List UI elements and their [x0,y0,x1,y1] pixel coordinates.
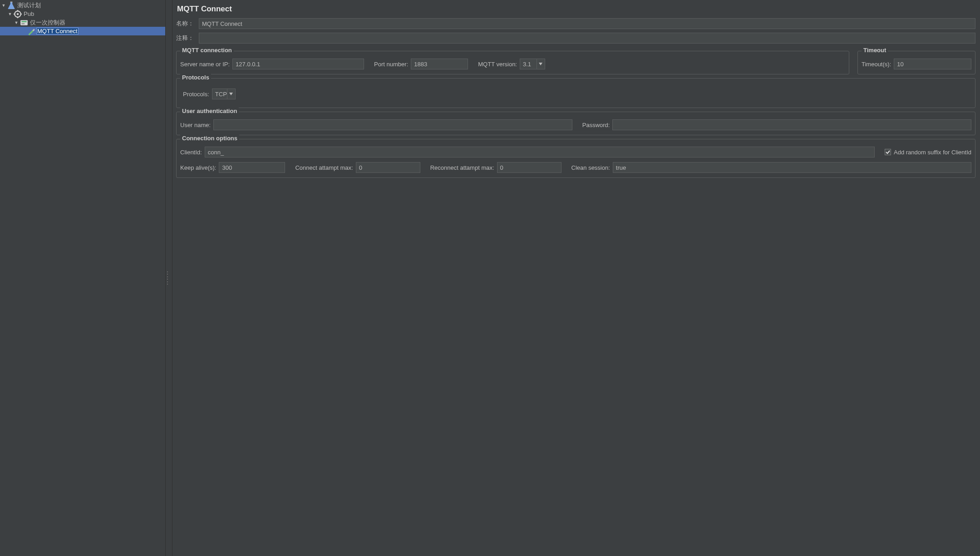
fieldset-protocols: Protocols Protocols: TCP [176,78,975,108]
checkbox-box [885,149,891,155]
tree-label: 测试计划 [16,1,42,10]
comment-input[interactable] [199,33,975,44]
tree-node-controller[interactable]: ▼ 仅一次控制器 [0,18,165,27]
clean-session-label: Clean session: [571,164,610,171]
timeout-input[interactable] [894,59,971,69]
fieldset-legend: Connection options [180,135,239,142]
chevron-down-icon [227,89,235,99]
port-number-label: Port number: [374,61,408,68]
main-panel: MQTT Connect 名称： 注释： MQTT connection Ser… [172,0,980,556]
mqtt-version-select[interactable]: 3.1 [520,59,545,69]
fieldset-user-authentication: User authentication User name: Password: [176,112,975,135]
app-root: ▼ 测试计划 ▼ Pub ▼ 仅一次控制器 ▼ [0,0,980,556]
tree-label: Pub [23,10,35,17]
port-number-input[interactable] [411,59,468,69]
connect-attempt-input[interactable] [356,162,420,173]
sampler-icon [27,28,35,35]
fieldset-mqtt-connection: MQTT connection Server name or IP: Port … [176,51,849,74]
comment-label: 注释： [176,34,196,42]
svg-rect-7 [20,20,28,25]
clean-session-input[interactable] [613,162,971,173]
tree-toggle-icon[interactable]: ▼ [1,3,6,8]
name-label: 名称： [176,20,196,28]
name-input[interactable] [199,18,975,29]
fieldset-legend: Protocols [180,74,211,81]
fieldset-legend: User authentication [180,108,239,114]
fieldset-timeout: Timeout Timeout(s): [857,51,975,74]
fieldset-connection-options: Connection options ClientId: Add random … [176,139,975,178]
tree-node-mqtt-connect[interactable]: ▼ MQTT Connect [0,27,165,35]
connect-attempt-label: Connect attampt max: [295,164,353,171]
select-value: 3.1 [523,61,531,68]
protocols-select[interactable]: TCP [212,89,236,99]
chevron-down-icon [537,59,545,69]
mqtt-version-label: MQTT version: [478,61,517,68]
test-plan-tree[interactable]: ▼ 测试计划 ▼ Pub ▼ 仅一次控制器 ▼ [0,0,165,556]
password-label: Password: [582,122,610,128]
splitter-handle[interactable] [165,0,172,556]
tree-toggle-icon[interactable]: ▼ [7,12,13,16]
svg-rect-0 [10,1,13,2]
timeout-label: Timeout(s): [862,61,891,68]
controller-icon [20,19,28,26]
select-value: TCP [215,91,227,98]
svg-rect-8 [21,21,26,22]
username-label: User name: [180,122,211,128]
tree-toggle-icon[interactable]: ▼ [14,20,19,25]
fieldset-legend: Timeout [862,47,888,54]
username-input[interactable] [213,119,572,130]
tree-label: MQTT Connect [36,28,79,34]
password-input[interactable] [612,119,971,130]
server-name-label: Server name or IP: [180,61,230,68]
protocols-label: Protocols: [183,91,209,98]
splitter-grip-icon [167,271,171,285]
tree-node-thread-group[interactable]: ▼ Pub [0,10,165,18]
tree-label: 仅一次控制器 [29,19,66,27]
reconnect-attempt-label: Reconnect attampt max: [430,164,494,171]
keepalive-label: Keep alive(s): [180,164,216,171]
keepalive-input[interactable] [219,162,285,173]
clientid-input[interactable] [205,147,875,157]
random-suffix-checkbox[interactable]: Add random suffix for ClientId [885,149,971,156]
tree-node-test-plan[interactable]: ▼ 测试计划 [0,1,165,10]
svg-rect-9 [21,23,25,24]
gear-icon [14,10,22,18]
page-title: MQTT Connect [177,5,975,14]
checkbox-label: Add random suffix for ClientId [894,149,971,156]
reconnect-attempt-input[interactable] [497,162,561,173]
svg-point-2 [17,13,19,15]
clientid-label: ClientId: [180,149,202,156]
fieldset-legend: MQTT connection [180,47,234,54]
server-name-input[interactable] [232,59,364,69]
flask-icon [7,2,15,9]
